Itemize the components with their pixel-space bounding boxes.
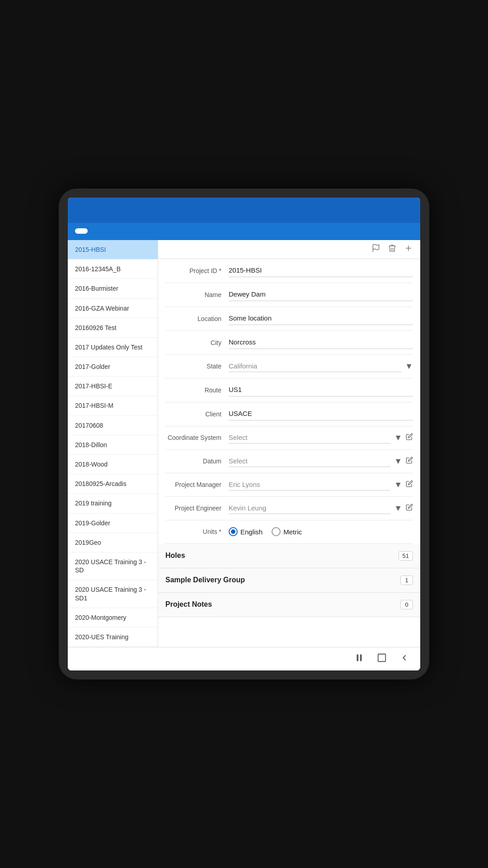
edit-icon-project-engineer[interactable] xyxy=(406,504,413,513)
form-select-edit-project-engineer[interactable]: Kevin Leung xyxy=(229,502,390,514)
form-select-edit-wrapper-coordinate-system: Select▼ xyxy=(229,432,413,443)
sidebar-item-20160926-Test[interactable]: 20160926 Test xyxy=(68,318,158,338)
sidebar: 2015-HBSI2016-12345A_B2016-Burmister2016… xyxy=(68,240,158,647)
radio-option-english[interactable]: English xyxy=(229,527,263,536)
radio-option-metric[interactable]: Metric xyxy=(272,527,302,536)
form-row-datum: DatumSelect▼ xyxy=(165,450,413,473)
section-holes[interactable]: Holes51 xyxy=(158,544,420,568)
form-label-client: Client xyxy=(165,410,229,418)
section-sample-delivery-group[interactable]: Sample Delivery Group1 xyxy=(158,568,420,593)
svg-rect-3 xyxy=(357,654,359,661)
breadcrumb[interactable] xyxy=(75,228,88,234)
back-button[interactable] xyxy=(75,208,79,212)
sidebar-item-2016-GZA-Webinar[interactable]: 2016-GZA Webinar xyxy=(68,299,158,318)
form-label-project-engineer: Project Engineer xyxy=(165,505,229,512)
menu-button[interactable] xyxy=(406,208,413,212)
form-value-city[interactable]: Norcross xyxy=(229,336,413,349)
app-header xyxy=(68,198,420,223)
form-select-wrapper-state: California▼ xyxy=(229,360,413,372)
sidebar-item-2019-Golder[interactable]: 2019-Golder xyxy=(68,514,158,533)
form-label-city: City xyxy=(165,339,229,346)
sidebar-item-2019Geo[interactable]: 2019Geo xyxy=(68,533,158,552)
form-row-name: NameDewey Dam xyxy=(165,283,413,307)
form-row-client: ClientUSACE xyxy=(165,402,413,426)
sidebar-item-2018-Wood[interactable]: 2018-Wood xyxy=(68,455,158,474)
sidebar-item-20170608[interactable]: 20170608 xyxy=(68,416,158,435)
section-badge-holes: 51 xyxy=(399,551,413,561)
project-form: Project ID *2015-HBSINameDewey DamLocati… xyxy=(158,259,420,544)
form-label-datum: Datum xyxy=(165,458,229,465)
sidebar-item-2015-HBSI[interactable]: 2015-HBSI xyxy=(68,240,158,259)
form-select-edit-coordinate-system[interactable]: Select xyxy=(229,432,390,443)
form-row-coordinate-system: Coordinate SystemSelect▼ xyxy=(165,426,413,450)
form-select-edit-wrapper-project-manager: Eric Lyons▼ xyxy=(229,479,413,491)
form-select-edit-wrapper-project-engineer: Kevin Leung▼ xyxy=(229,502,413,514)
form-label-name: Name xyxy=(165,291,229,298)
form-label-state: State xyxy=(165,363,229,370)
detail-toolbar xyxy=(158,240,420,259)
select-arrow-icon: ▼ xyxy=(394,457,402,466)
device-frame: 2015-HBSI2016-12345A_B2016-Burmister2016… xyxy=(59,189,429,679)
sidebar-item-2020-Montgomery[interactable]: 2020-Montgomery xyxy=(68,608,158,627)
form-value-client[interactable]: USACE xyxy=(229,408,413,420)
form-select-edit-project-manager[interactable]: Eric Lyons xyxy=(229,479,390,491)
sections-container: Holes51Sample Delivery Group1Project Not… xyxy=(158,544,420,617)
bottom-nav xyxy=(68,647,420,670)
form-row-project-manager: Project ManagerEric Lyons▼ xyxy=(165,473,413,497)
section-title-sample-delivery-group: Sample Delivery Group xyxy=(165,576,245,584)
radio-filled-icon xyxy=(229,527,238,536)
section-title-project-notes: Project Notes xyxy=(165,600,212,609)
select-arrow-icon: ▼ xyxy=(405,362,413,371)
delete-button[interactable] xyxy=(388,244,397,255)
form-label-project-id: Project ID * xyxy=(165,267,229,274)
section-badge-sample-delivery-group: 1 xyxy=(400,576,413,585)
sidebar-item-2017-Updates-Only-Test[interactable]: 2017 Updates Only Test xyxy=(68,338,158,357)
sidebar-item-2017-HBSI-M[interactable]: 2017-HBSI-M xyxy=(68,396,158,415)
form-row-city: CityNorcross xyxy=(165,331,413,355)
radio-empty-icon xyxy=(272,527,281,536)
svg-rect-5 xyxy=(378,654,386,661)
sidebar-item-2020-USACE-Training-3-SD[interactable]: 2020 USACE Training 3 - SD xyxy=(68,552,158,580)
sidebar-item-2017-Golder[interactable]: 2017-Golder xyxy=(68,357,158,377)
edit-icon-project-manager[interactable] xyxy=(406,480,413,489)
sidebar-item-2016-Burmister[interactable]: 2016-Burmister xyxy=(68,279,158,298)
form-label-coordinate-system: Coordinate System xyxy=(165,434,229,441)
pause-nav-button[interactable] xyxy=(354,653,364,665)
detail-panel: Project ID *2015-HBSINameDewey DamLocati… xyxy=(158,240,420,647)
sidebar-item-20180925-Arcadis[interactable]: 20180925-Arcadis xyxy=(68,474,158,494)
sidebar-item-2016-12345A_B[interactable]: 2016-12345A_B xyxy=(68,259,158,279)
form-row-location: LocationSome location xyxy=(165,307,413,331)
main-content: 2015-HBSI2016-12345A_B2016-Burmister2016… xyxy=(68,240,420,647)
sidebar-item-2020-UES-Training[interactable]: 2020-UES Training xyxy=(68,627,158,647)
form-label-location: Location xyxy=(165,315,229,322)
form-select-edit-wrapper-datum: Select▼ xyxy=(229,455,413,467)
form-select-edit-datum[interactable]: Select xyxy=(229,455,390,467)
back-nav-button[interactable] xyxy=(399,653,409,665)
svg-rect-4 xyxy=(360,654,362,661)
sidebar-item-2018-Dillon[interactable]: 2018-Dillon xyxy=(68,435,158,455)
radio-label-text-metric: Metric xyxy=(283,528,302,536)
form-value-location[interactable]: Some location xyxy=(229,312,413,325)
section-title-holes: Holes xyxy=(165,552,185,560)
select-arrow-icon: ▼ xyxy=(394,433,402,443)
select-arrow-icon: ▼ xyxy=(394,480,402,490)
section-project-notes[interactable]: Project Notes0 xyxy=(158,593,420,617)
add-button[interactable] xyxy=(404,244,413,255)
sidebar-item-2020-USACE-Training-3-SD1[interactable]: 2020 USACE Training 3 - SD1 xyxy=(68,580,158,608)
edit-icon-datum[interactable] xyxy=(406,457,413,466)
form-row-state: StateCalifornia▼ xyxy=(165,355,413,378)
units-radio-group: EnglishMetric xyxy=(229,527,413,536)
form-value-project-id[interactable]: 2015-HBSI xyxy=(229,264,413,277)
form-value-route[interactable]: US1 xyxy=(229,384,413,396)
form-value-name[interactable]: Dewey Dam xyxy=(229,288,413,301)
form-select-state[interactable]: California xyxy=(229,360,401,372)
screen: 2015-HBSI2016-12345A_B2016-Burmister2016… xyxy=(68,198,420,670)
form-label-units: Units * xyxy=(165,528,229,535)
sidebar-item-2019-training[interactable]: 2019 training xyxy=(68,494,158,513)
edit-icon-coordinate-system[interactable] xyxy=(406,433,413,442)
form-row-units: Units *EnglishMetric xyxy=(165,520,413,544)
sidebar-item-2017-HBSI-E[interactable]: 2017-HBSI-E xyxy=(68,377,158,396)
square-nav-button[interactable] xyxy=(377,653,387,665)
flag-button[interactable] xyxy=(371,244,380,255)
form-row-project-engineer: Project EngineerKevin Leung▼ xyxy=(165,497,413,520)
